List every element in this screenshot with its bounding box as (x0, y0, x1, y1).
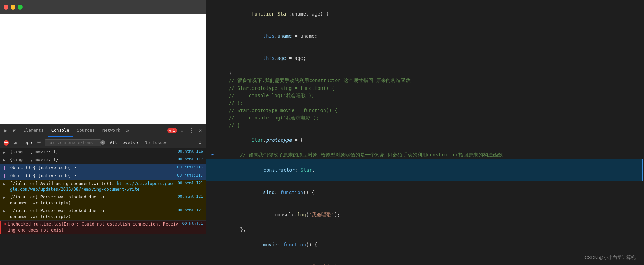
code-line: // } (206, 122, 644, 129)
error-icon: ⊗ (4, 221, 6, 226)
code-line: }, (206, 226, 644, 233)
console-row-selected[interactable]: f Object() { [native code] } 00.html:118 (0, 164, 206, 172)
filter-icon[interactable]: ◕ (11, 139, 19, 147)
browser-minimize-btn[interactable] (11, 5, 15, 10)
code-line: // console.log('我会演电影'); (206, 114, 644, 122)
code-line: // }; (206, 99, 644, 107)
device-toolbar-icon[interactable]: ◤ (11, 127, 19, 135)
tab-elements[interactable]: Elements (20, 124, 47, 137)
settings-icon[interactable]: ⚙ (178, 127, 186, 135)
code-line: Star.prototype = { (206, 129, 644, 151)
tab-console[interactable]: Console (48, 124, 73, 137)
code-line: function Star(uname, age) { (206, 3, 644, 25)
code-line: // 很多情况下,我们需要手动的利用constructor 这个属性指回 原来的… (206, 77, 644, 84)
page-content (0, 14, 206, 124)
code-line: // Star.prototype.movie = function() { (206, 107, 644, 114)
code-line: ► // 如果我们修改了原来的原型对象,给原型对象赋值的是一个对象,则必须手动的… (206, 151, 644, 159)
expand-icon: ▶ (3, 158, 8, 162)
console-row-error[interactable]: ⊗ Unchecked runtime.lastError: Could not… (0, 221, 206, 234)
code-line: this.age = age; (206, 47, 644, 69)
console-row-violation[interactable]: ▶ [Violation] Parser was blocked due tod… (0, 207, 206, 221)
more-tabs-btn[interactable]: » (125, 126, 131, 135)
browser-maximize-btn[interactable] (18, 5, 23, 10)
code-line: // Star.prototype.sing = function() { (206, 85, 644, 92)
levels-selector[interactable]: All levels ▼ (108, 140, 140, 146)
browser-close-btn[interactable] (4, 5, 8, 10)
console-gear-icon[interactable]: ⚙ (196, 139, 204, 147)
func-icon: f (3, 166, 9, 171)
code-line-highlight: constructor: Star, (206, 159, 643, 181)
console-row-violation[interactable]: ▶ [Violation] Avoid using document.write… (0, 180, 206, 194)
expand-icon: ▶ (3, 181, 8, 186)
close-devtools-icon[interactable]: ✕ (196, 127, 205, 135)
console-row[interactable]: ▶ {sing: f, movie: f} 00.html:117 (0, 156, 206, 164)
code-line: sing: function() { (206, 181, 644, 204)
console-row-selected[interactable]: f Object() { [native code] } 00.html:119 (0, 172, 206, 180)
filter-clear-icon[interactable]: ✕ (100, 140, 105, 145)
more-options-icon[interactable]: ⋮ (187, 127, 195, 135)
no-issues-label: No Issues (142, 140, 170, 146)
expand-icon: ▶ (3, 209, 8, 214)
code-line: console.log('我会演电影'); (206, 256, 644, 265)
code-line: } (206, 69, 644, 77)
tab-sources[interactable]: Sources (73, 124, 98, 137)
console-row[interactable]: ▶ {sing: f, movie: f} 00.html:116 (0, 148, 206, 156)
eye-icon[interactable]: 👁 (36, 139, 43, 147)
clear-console-icon[interactable]: ⛔ (2, 139, 10, 147)
code-line: console.log('我会唱歌'); (206, 204, 644, 226)
watermark: CSDN @小小白学计算机 (584, 254, 636, 261)
filter-input[interactable] (45, 139, 101, 146)
tab-network[interactable]: Network (99, 124, 124, 137)
code-line: this.uname = uname; (206, 25, 644, 47)
console-row-violation[interactable]: ▶ [Violation] Parser was blocked due tod… (0, 193, 206, 207)
inspect-icon[interactable]: ▶ (1, 127, 10, 135)
error-badge[interactable]: ⊗1 (167, 128, 177, 133)
context-selector[interactable]: top ▼ (20, 140, 34, 146)
code-line: // console.log('我会唱歌'); (206, 92, 644, 99)
expand-icon: ▶ (3, 150, 8, 155)
func-icon: f (3, 174, 9, 179)
code-line: movie: function() { (206, 233, 644, 255)
expand-icon: ▶ (3, 195, 8, 200)
